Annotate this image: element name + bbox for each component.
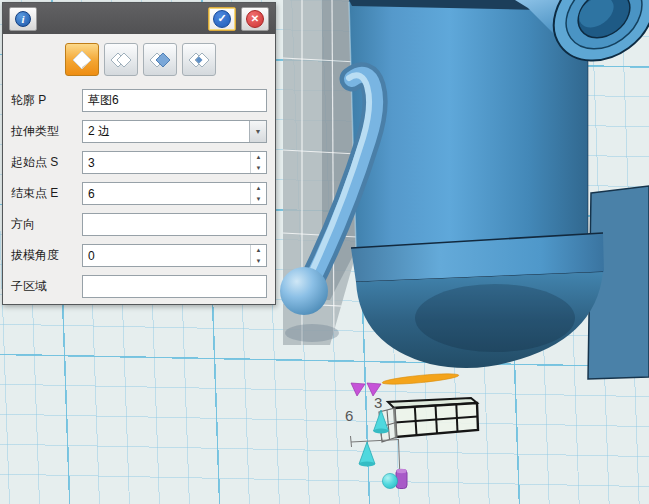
ok-check-icon: ✓ bbox=[213, 10, 231, 28]
draft-angle-input[interactable]: 0 ▲ ▼ bbox=[82, 244, 267, 267]
anchor-handle[interactable] bbox=[382, 469, 407, 489]
start-point-input[interactable]: 3 ▲ ▼ bbox=[82, 151, 267, 174]
spin-down-icon[interactable]: ▼ bbox=[251, 163, 266, 174]
spin-up-icon[interactable]: ▲ bbox=[251, 245, 266, 256]
extrude-type-toolbar bbox=[65, 43, 275, 76]
draft-angle-label: 拔模角度 bbox=[11, 247, 82, 264]
profile-input[interactable]: 草图6 bbox=[82, 89, 267, 112]
extrude-type-label: 拉伸类型 bbox=[11, 123, 82, 140]
info-icon: i bbox=[15, 11, 31, 27]
cancel-button[interactable]: ✕ bbox=[241, 7, 269, 31]
start-point-label: 起始点 S bbox=[11, 154, 82, 171]
spin-down-icon[interactable]: ▼ bbox=[251, 194, 266, 205]
extrude-type-select[interactable]: 2 边 ▼ bbox=[82, 120, 267, 143]
handle-ball bbox=[280, 267, 328, 315]
spin-up-icon[interactable]: ▲ bbox=[251, 152, 266, 163]
end-point-stepper[interactable]: ▲ ▼ bbox=[250, 183, 266, 204]
info-button[interactable]: i bbox=[9, 7, 37, 31]
extrude-type-button-1[interactable] bbox=[65, 43, 99, 76]
close-icon: ✕ bbox=[246, 10, 264, 28]
extrude-preview[interactable]: 3 6 bbox=[345, 372, 478, 489]
form-row-subregion: 子区域 bbox=[11, 275, 267, 298]
diamond-white-blue-icon bbox=[148, 49, 172, 71]
extrude-type-value: 2 边 bbox=[88, 123, 110, 140]
dropdown-arrow-icon[interactable]: ▼ bbox=[249, 121, 266, 142]
form-row-end-point: 结束点 E 6 ▲ ▼ bbox=[11, 182, 267, 205]
extrude-form: 轮廓 P 草图6 拉伸类型 2 边 ▼ 起始点 S 3 ▲ ▼ bbox=[3, 79, 275, 298]
diamond-double-dot-icon bbox=[187, 49, 211, 71]
direction-input[interactable] bbox=[82, 213, 267, 236]
end-point-label: 结束点 E bbox=[11, 185, 82, 202]
start-point-value: 3 bbox=[88, 156, 95, 170]
end-point-input[interactable]: 6 ▲ ▼ bbox=[82, 182, 267, 205]
draft-angle-stepper[interactable]: ▲ ▼ bbox=[250, 245, 266, 266]
app-window: 3 6 bbox=[0, 0, 649, 504]
extrude-type-button-3[interactable] bbox=[143, 43, 177, 76]
draft-angle-value: 0 bbox=[88, 249, 95, 263]
form-row-extrude-type: 拉伸类型 2 边 ▼ bbox=[11, 120, 267, 143]
form-row-profile: 轮廓 P 草图6 bbox=[11, 89, 267, 112]
subregion-label: 子区域 bbox=[11, 278, 82, 295]
form-row-direction: 方向 bbox=[11, 213, 267, 236]
wireframe-box bbox=[379, 398, 478, 442]
extrude-type-button-4[interactable] bbox=[182, 43, 216, 76]
form-row-draft-angle: 拔模角度 0 ▲ ▼ bbox=[11, 244, 267, 267]
diamond-double-icon bbox=[109, 49, 133, 71]
end-point-value: 6 bbox=[88, 187, 95, 201]
subregion-input[interactable] bbox=[82, 275, 267, 298]
direction-arrow-magenta-1 bbox=[351, 383, 365, 396]
ok-button[interactable]: ✓ bbox=[208, 7, 236, 31]
profile-value: 草图6 bbox=[88, 92, 119, 109]
drag-cone-cyan-2[interactable] bbox=[359, 442, 375, 466]
start-point-stepper[interactable]: ▲ ▼ bbox=[250, 152, 266, 173]
profile-label: 轮廓 P bbox=[11, 92, 82, 109]
direction-label: 方向 bbox=[11, 216, 82, 233]
highlighted-edge bbox=[382, 372, 459, 387]
dialog-titlebar: i ✓ ✕ bbox=[3, 3, 275, 34]
extrude-dialog: i ✓ ✕ bbox=[2, 2, 276, 305]
form-row-start-point: 起始点 S 3 ▲ ▼ bbox=[11, 151, 267, 174]
handle-shadow bbox=[285, 324, 339, 342]
diamond-single-icon bbox=[70, 49, 94, 71]
dim-label-start: 3 bbox=[374, 394, 382, 411]
dim-label-end: 6 bbox=[345, 407, 353, 424]
extrude-type-button-2[interactable] bbox=[104, 43, 138, 76]
spin-down-icon[interactable]: ▼ bbox=[251, 256, 266, 267]
mug-body[interactable] bbox=[349, 0, 604, 368]
spin-up-icon[interactable]: ▲ bbox=[251, 183, 266, 194]
